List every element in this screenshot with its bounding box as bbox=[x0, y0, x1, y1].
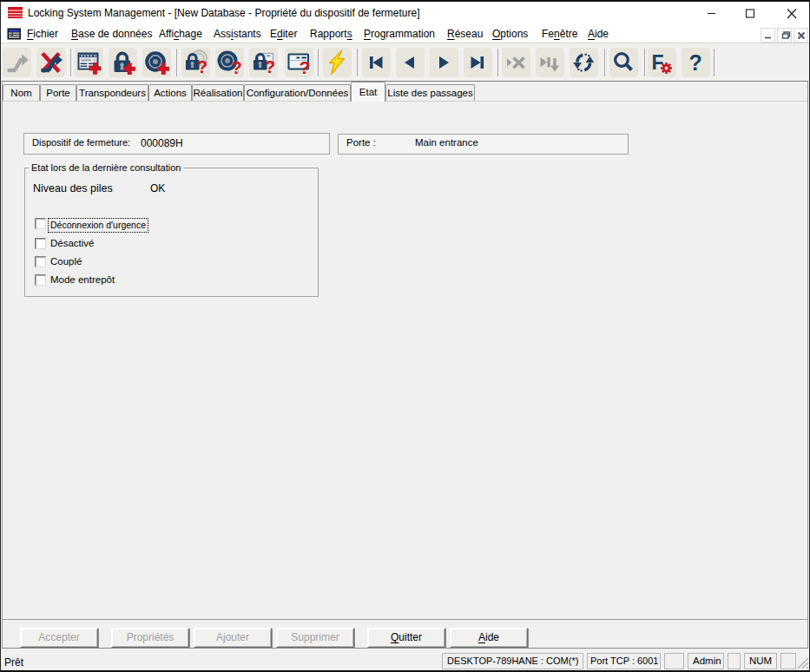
svg-text:?: ? bbox=[689, 50, 702, 75]
svg-text:?: ? bbox=[300, 57, 311, 76]
svg-text:?: ? bbox=[265, 56, 276, 76]
svg-text:F: F bbox=[652, 51, 664, 74]
svg-text:?: ? bbox=[197, 56, 208, 76]
svg-text:?: ? bbox=[231, 57, 242, 76]
